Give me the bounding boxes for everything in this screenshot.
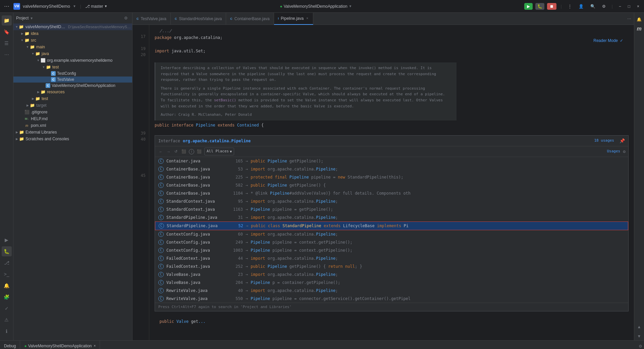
project-dropdown-icon[interactable]: ▼ [73, 4, 76, 8]
tree-item-helpmd[interactable]: M↓ HELP.md [13, 115, 132, 122]
sidebar-plugins-icon[interactable]: 🧩 [2, 292, 12, 302]
user-icon[interactable]: 👤 [577, 3, 586, 10]
sidebar-bookmarks-icon[interactable]: 🔖 [2, 27, 12, 37]
tab-pipeline[interactable]: I Pipeline.java × [274, 13, 313, 25]
app-tab-close[interactable]: × [94, 344, 96, 348]
tree-item-test[interactable]: ▼ 📁 test [13, 64, 132, 70]
branch-selector[interactable]: ⎇ master ▼ [85, 4, 108, 9]
tab-more-actions[interactable]: ⋯ [625, 16, 634, 21]
result-failedcontext-252[interactable]: C FailedContext.java 252 → public Pipeli… [155, 262, 628, 270]
right-bookmark-icon[interactable]: m [635, 25, 643, 33]
code-editor[interactable]: /.../ package org.apache.catalina; impor… [149, 25, 634, 340]
tree-item-main[interactable]: ▼ 📁 main [13, 44, 132, 50]
sidebar-project-icon[interactable]: 📁 [2, 15, 12, 26]
result-standardcontext-1163[interactable]: C StandardContext.java 1163 → Pipeline p… [155, 205, 628, 213]
btab-app[interactable]: ● ValveMemoryShellDemoApplication × [20, 341, 100, 349]
pipeline-tab-close[interactable]: × [306, 16, 309, 21]
sidebar-notifications-icon[interactable]: 🔔 [2, 281, 12, 291]
menu-icon[interactable]: ⋯ [3, 2, 11, 11]
result-containerbase-582[interactable]: C ContainerBase.java 582 → public Pipeli… [155, 181, 628, 189]
sidebar-structure-icon[interactable]: ☰ [2, 38, 12, 48]
toolbar-open-btn[interactable]: ⬛ [180, 149, 187, 154]
sidebar-todo-icon[interactable]: ✓ [2, 303, 12, 313]
tree-item-testvalve[interactable]: C TestValve [13, 77, 132, 83]
sidebar-terminal-icon[interactable]: >_ [2, 269, 12, 279]
maximize-button[interactable]: □ [626, 3, 632, 10]
ext-libs-icon: 📁 [19, 130, 24, 135]
toolbar-forward-btn[interactable]: → [165, 149, 172, 154]
result-file-9: ContextConfig.java [166, 231, 227, 237]
result-valvebase-23[interactable]: C ValveBase.java 23 → import org.apache.… [155, 270, 628, 279]
right-notifications-icon[interactable]: 🔔 [635, 15, 643, 23]
tab-standardhostvalve[interactable]: C StandardHostValve.java [171, 13, 226, 25]
tree-item-java[interactable]: ▼ 📁 java [13, 50, 132, 57]
sidebar-info-icon[interactable]: ℹ [2, 326, 12, 336]
toolbar-back-btn[interactable]: ← [158, 149, 164, 154]
result-container-java[interactable]: C Container.java 165 → public Pipeline g… [155, 157, 628, 165]
result-code-5: import org.apache.catalina.Pipeline; [251, 198, 625, 204]
project-dropdown-arrow[interactable]: ▼ [30, 16, 33, 20]
tree-item-main-app[interactable]: C ValveMemoryShellDemoApplication [13, 83, 132, 89]
toolbar-refresh-btn[interactable]: ↺ [173, 149, 179, 154]
project-name[interactable]: valveMemoryShellDemo [23, 4, 70, 9]
result-contextconfig-249[interactable]: C ContextConfig.java 249 → Pipeline pipe… [155, 238, 628, 246]
app-title-dropdown[interactable]: ▼ [349, 4, 352, 8]
result-containerbase-225[interactable]: C ContainerBase.java 225 → protected fin… [155, 173, 628, 181]
result-failedcontext-44[interactable]: C FailedContext.java 44 → import org.apa… [155, 254, 628, 262]
tab-containerbase[interactable]: C ContainerBase.java [226, 13, 274, 25]
sidebar-problems-icon[interactable]: ⚠ [2, 315, 12, 325]
tree-item-pomxml[interactable]: m pom.xml [13, 122, 132, 129]
sidebar-more-icon[interactable]: ⋯ [2, 50, 12, 60]
result-line-14: 23 [229, 271, 243, 278]
toolbar-table-btn[interactable]: ⬛ [196, 149, 203, 154]
tree-item-external-libs[interactable]: ▶ 📁 External Libraries [13, 129, 132, 136]
result-code-15: Pipeline p = container.getPipeline(); [251, 280, 625, 286]
sidebar-git-icon[interactable]: ⎇ [2, 258, 12, 268]
result-standardpipeline-31[interactable]: C StandardPipeline.java 31 → import org.… [155, 213, 628, 221]
search-button[interactable]: 🔍 [588, 3, 597, 10]
result-valvebase-204[interactable]: C ValveBase.java 204 → Pipeline p = cont… [155, 279, 628, 287]
result-standardcontext-95[interactable]: C StandardContext.java 95 → import org.a… [155, 197, 628, 205]
target-icon: 📁 [30, 103, 35, 108]
result-containerbase-1104[interactable]: C ContainerBase.java 1104 → * @link Pipe… [155, 189, 628, 197]
tab-testvalve[interactable]: C TestValve.java [132, 13, 171, 25]
tree-item-scratches[interactable]: ▶ 📁 Scratches and Consoles [13, 136, 132, 142]
sidebar-run-icon[interactable]: ▶ [2, 235, 12, 245]
reader-mode-button[interactable]: Reader Mode ✓ [593, 38, 623, 43]
all-places-selector[interactable]: All Places ▼ [204, 148, 234, 155]
btab-debug[interactable]: Debug [0, 341, 20, 349]
tree-item-src[interactable]: ▼ 📁 src [13, 37, 132, 44]
tree-item-gitignore[interactable]: ⬛ .gitignore [13, 109, 132, 115]
bottom-panel-settings-icon[interactable]: ⚙ [637, 343, 644, 349]
usages-settings-icon[interactable]: ⚙ [623, 148, 626, 155]
stop-button[interactable]: ⏹ [547, 3, 556, 10]
tree-item-package[interactable]: ▼ ⬜ org.example.valvememoryshelldemo [13, 57, 132, 64]
tree-item-idea[interactable]: ▶ 📁 idea [13, 30, 132, 37]
debug-button[interactable]: 🐛 [535, 3, 544, 10]
usages-btn[interactable]: Usages [607, 149, 620, 154]
tree-item-target[interactable]: ▶ 📁 target [13, 102, 132, 109]
result-rewritevalve-40[interactable]: C RewriteValve.java 40 → import org.apac… [155, 287, 628, 295]
result-contextconfig-60[interactable]: C ContextConfig.java 60 → import org.apa… [155, 230, 628, 238]
sidebar-debug-icon[interactable]: 🐛 [2, 246, 12, 256]
project-settings-icon[interactable]: ⚙ [122, 14, 129, 22]
close-window-button[interactable]: × [635, 3, 641, 10]
popup-pin-icon[interactable]: 📌 [620, 138, 625, 144]
tree-item-resources[interactable]: ▶ 📁 resources [13, 89, 132, 95]
minimize-button[interactable]: − [617, 3, 623, 10]
settings-button[interactable]: ⚙ [600, 3, 608, 10]
app-icon: VM [13, 3, 20, 10]
result-contextconfig-1003[interactable]: C ContextConfig.java 1003 → Pipeline pip… [155, 246, 628, 254]
result-rewritevalve-550[interactable]: C RewriteValve.java 550 → Pipeline pipel… [155, 295, 628, 303]
right-scroll-up-icon[interactable]: ▲ [635, 323, 643, 331]
tree-item-test-src[interactable]: ▶ 📁 test [13, 95, 132, 102]
toolbar-info-btn[interactable]: i [189, 149, 194, 154]
result-standardpipeline-52[interactable]: C StandardPipeline.java 52 → public clas… [155, 221, 628, 230]
tree-item-testconfig[interactable]: C TestConfig [13, 70, 132, 77]
run-button[interactable]: ▶ [524, 3, 533, 10]
right-scroll-down-icon[interactable]: ▼ [635, 332, 643, 340]
result-containerbase-53[interactable]: C ContainerBase.java 53 → import org.apa… [155, 165, 628, 173]
popup-usages-count[interactable]: 18 usages [594, 138, 614, 144]
more-options-button[interactable]: ⋮ [566, 3, 574, 10]
tree-item-root[interactable]: ▼ 📁 valveMemoryShellDemo D:\javaSecResea… [13, 23, 132, 30]
